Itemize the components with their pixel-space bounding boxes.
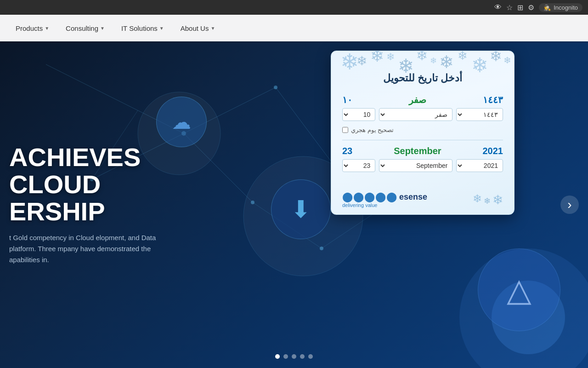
modal-title: أدخل تاريخ للتحويل [340, 72, 505, 84]
cloud-icon-1: ☁ [172, 111, 191, 133]
cloud-node-3: △ [478, 248, 560, 331]
gregorian-day-label: 23 [342, 146, 352, 156]
modal-footer: ⬤⬤⬤⬤⬤ esense delivering value ❄ ❄ ❄ [331, 187, 514, 214]
hero-body: t Gold competency in Cloud elopment, and… [9, 232, 156, 265]
snowflake-icon-1: ❄ [473, 192, 482, 207]
nav-consulting[interactable]: Consulting ▼ [59, 21, 111, 36]
next-slide-button[interactable]: › [560, 196, 579, 214]
products-dropdown-arrow: ▼ [45, 26, 49, 31]
hijri-year-select[interactable]: ١٤٤٣ ١٤٤٢ ١٤٤١ [456, 108, 503, 121]
cloud-icon-2: ⬇ [291, 196, 311, 223]
incognito-label: Incognito [554, 4, 578, 11]
nav-about-us[interactable]: About Us ▼ [174, 21, 222, 36]
slider-dots [275, 354, 313, 359]
hijri-month-label: صفر [409, 94, 426, 105]
gregorian-year-select[interactable]: 2021 2020 2019 2018 [456, 159, 503, 172]
cloud-icon-3: △ [507, 271, 531, 309]
nav-it-solutions[interactable]: IT Solutions ▼ [115, 21, 170, 36]
hijri-month-select[interactable]: صفر محرم ربيع الأول ربيع الآخر جمادى الأ… [379, 108, 452, 121]
hero-line1: ACHIEVES [9, 144, 156, 171]
hero-text-block: ACHIEVES CLOUD ERSHIP t Gold competency … [0, 135, 165, 275]
consulting-dropdown-arrow: ▼ [100, 26, 105, 31]
slider-dot-4[interactable] [300, 354, 305, 359]
hijri-selects-row: ١٤٤٣ ١٤٤٢ ١٤٤١ صفر محرم ربيع الأول ربيع … [342, 108, 503, 121]
gregorian-section: 2021 September 23 2021 2020 2019 2018 [342, 140, 503, 172]
gregorian-selects-row: 2021 2020 2019 2018 September JanuaryFeb… [342, 159, 503, 172]
snowflake-icon-2: ❄ [484, 196, 491, 207]
gregorian-year-label: 2021 [483, 146, 503, 156]
hijri-correction-checkbox[interactable] [342, 127, 348, 133]
settings-icon[interactable]: ⚙ [528, 3, 534, 12]
slider-dot-3[interactable] [292, 354, 296, 359]
eye-icon[interactable]: 👁 [494, 3, 502, 12]
esense-dots-icon: ⬤⬤⬤⬤⬤ [342, 191, 397, 202]
modal-body: ١٤٤٣ صفر ١٠ ١٤٤٣ ١٤٤٢ ١٤٤١ صفر محرم ربيع… [331, 89, 514, 187]
modal-header: ❄ ❄ ❄ ❄ ❄ ❄ ❄ ❄ ❄ ❄ ❄ ❄ أدخل تاريخ للتحو… [331, 51, 514, 89]
extensions-icon[interactable]: ⊞ [517, 3, 523, 12]
browser-chrome: 👁 ☆ ⊞ ⚙ 🕵 Incognito [0, 0, 588, 15]
navbar: Products ▼ Consulting ▼ IT Solutions ▼ A… [0, 15, 588, 41]
snowflake-icon-3: ❄ [492, 192, 503, 207]
products-label: Products [16, 24, 43, 32]
svg-point-9 [274, 86, 277, 89]
slider-dot-2[interactable] [283, 354, 288, 359]
gregorian-month-label: September [394, 146, 441, 156]
hijri-correction-row: تصحيح يوم هجري [342, 126, 503, 133]
gregorian-day-select[interactable]: 23 1234 5678 910 [342, 159, 375, 172]
hero-line2: CLOUD [9, 171, 156, 198]
esense-logo: ⬤⬤⬤⬤⬤ esense delivering value [342, 191, 427, 208]
hijri-day-label: ١٠ [342, 94, 352, 105]
about-us-dropdown-arrow: ▼ [210, 26, 215, 31]
consulting-label: Consulting [66, 24, 98, 32]
nav-products[interactable]: Products ▼ [9, 21, 56, 36]
gregorian-month-select[interactable]: September JanuaryFebruaryMarch AprilMayJ… [379, 159, 452, 172]
incognito-icon: 🕵 [543, 4, 551, 11]
corner-snowflakes: ❄ ❄ ❄ [473, 192, 503, 207]
about-us-label: About Us [181, 24, 209, 32]
esense-text: esense [399, 192, 427, 202]
hijri-correction-label: تصحيح يوم هجري [351, 126, 394, 133]
date-converter-modal: ❄ ❄ ❄ ❄ ❄ ❄ ❄ ❄ ❄ ❄ ❄ ❄ أدخل تاريخ للتحو… [331, 51, 514, 215]
slider-dot-5[interactable] [308, 354, 313, 359]
it-solutions-dropdown-arrow: ▼ [159, 26, 164, 31]
hijri-year-label: ١٤٤٣ [483, 94, 503, 105]
bookmark-icon[interactable]: ☆ [506, 3, 513, 12]
incognito-badge: 🕵 Incognito [539, 3, 582, 12]
cloud-node-2: ⬇ [271, 179, 331, 239]
slider-dot-1[interactable] [275, 354, 280, 359]
hero-line3: ERSHIP [9, 198, 156, 225]
hijri-labels-row: ١٤٤٣ صفر ١٠ [342, 94, 503, 105]
it-solutions-label: IT Solutions [121, 24, 158, 32]
hijri-day-select[interactable]: 10 1234 56789 [342, 108, 375, 121]
esense-name: ⬤⬤⬤⬤⬤ esense [342, 191, 427, 202]
hero-section: ☁ ⬇ △ ACHIEVES CLOUD ERSHIP t Gold compe… [0, 41, 588, 368]
esense-tagline: delivering value [342, 202, 377, 208]
gregorian-labels-row: 2021 September 23 [342, 146, 503, 156]
hero-heading: ACHIEVES CLOUD ERSHIP [9, 144, 156, 225]
